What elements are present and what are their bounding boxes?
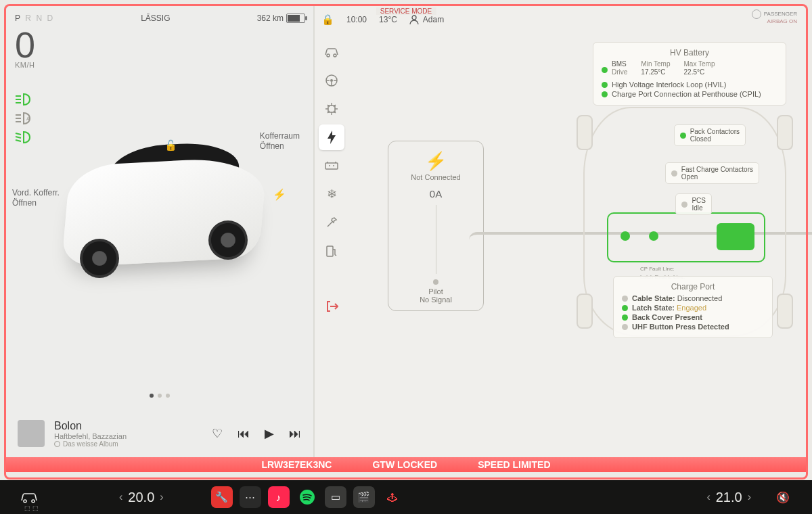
charge-port-title: Charge Port: [622, 282, 764, 291]
pilot-status: No Signal: [395, 296, 476, 304]
speedometer: 0 KM/H: [15, 30, 35, 69]
app-more-icon[interactable]: ⋯: [240, 486, 261, 508]
charge-connector-panel: ⚡ Not Connected 0A Pilot No Signal: [388, 141, 484, 311]
pilot-indicator: [433, 279, 438, 285]
temp-right-up[interactable]: ›: [748, 491, 751, 503]
svg-rect-7: [325, 163, 338, 169]
prev-track-button[interactable]: ⏮: [238, 427, 250, 441]
nav-charging-icon[interactable]: [319, 124, 344, 150]
gear-indicator: P R N D: [14, 14, 54, 23]
temp-left-value[interactable]: 20.0: [128, 490, 154, 505]
lock-icon[interactable]: 🔓: [164, 139, 177, 151]
track-title: Bolon: [54, 420, 169, 432]
charge-bolt-icon[interactable]: ⚡: [273, 188, 286, 201]
passenger-airbag-status: PASSENGER AIRBAG ON: [752, 9, 797, 24]
trunk-button[interactable]: Kofferraum Öffnen: [260, 131, 300, 151]
lock-icon[interactable]: 🔒: [321, 14, 334, 26]
svg-point-1: [412, 16, 416, 20]
hv-battery-card: HV Battery BMSDrive Min Temp17.25°C Max …: [593, 42, 786, 106]
nav-tools-icon[interactable]: [319, 210, 344, 235]
outside-temp: 13°C: [379, 15, 397, 24]
connector-status: Not Connected: [395, 173, 476, 181]
hv-title: HV Battery: [602, 48, 777, 57]
play-button[interactable]: ▶: [265, 426, 274, 441]
album-art[interactable]: [18, 420, 45, 447]
vin-text: LRW3E7EK3NC: [261, 459, 332, 470]
headlight-low-icon: [15, 92, 34, 107]
like-button[interactable]: ♡: [212, 426, 223, 441]
app-music-icon[interactable]: ♪: [268, 486, 290, 508]
defrost-indicator-icon: ⬚ ⬚: [24, 505, 39, 511]
nav-steering-icon[interactable]: [319, 68, 344, 93]
svg-point-3: [334, 54, 336, 57]
track-artist: Haftbefehl, Bazzazian: [54, 432, 169, 440]
hvil-status: High Voltage Interlock Loop (HVIL): [612, 80, 726, 89]
cpil-status: Charge Port Connection at Penthouse (CPI…: [612, 90, 761, 98]
app-spotify-icon[interactable]: [296, 486, 318, 508]
charge-port-card: Charge Port Cable State: Disconnected La…: [613, 276, 773, 338]
speed-limit-status: SPEED LIMITED: [478, 459, 550, 470]
app-tunein-icon[interactable]: ▭: [325, 486, 346, 508]
user-profile-button[interactable]: Adam: [409, 15, 444, 24]
bottom-dock: ⬚ ⬚ ‹ 20.0 › 🔧 ⋯ ♪ ▭ 🎬 🕹 ‹ 21.0 › 🔇: [0, 480, 812, 514]
card-pager[interactable]: [150, 394, 170, 398]
clock: 10:00: [346, 15, 367, 24]
profile-name: LÄSSIG: [141, 14, 170, 23]
svg-point-5: [330, 79, 333, 82]
next-track-button[interactable]: ⏭: [289, 427, 301, 441]
fast-charge-contactors-card: Fast Charge ContactorsOpen: [665, 162, 759, 184]
pcs-card: PCSIdle: [675, 193, 712, 215]
cp-fault-line-label: CP Fault Line:: [640, 266, 675, 272]
svg-point-9: [24, 500, 26, 503]
media-bar: Bolon Haftbefehl, Bazzazian Das weisse A…: [5, 407, 313, 460]
svg-point-2: [327, 54, 330, 57]
nav-battery-icon[interactable]: [319, 153, 344, 179]
app-theater-icon[interactable]: 🎬: [353, 486, 375, 508]
gtw-status: GTW LOCKED: [372, 459, 437, 470]
volume-button[interactable]: 🔇: [771, 486, 794, 509]
nav-vehicle-icon[interactable]: [319, 39, 344, 65]
app-arcade-icon[interactable]: 🕹: [382, 486, 403, 508]
temp-left-up[interactable]: ›: [160, 491, 163, 503]
temp-right-down[interactable]: ‹: [706, 491, 710, 503]
frunk-button[interactable]: Vord. Kofferr. Öffnen: [12, 188, 60, 208]
track-album: Das weisse Album: [54, 440, 169, 448]
exit-service-button[interactable]: [319, 294, 344, 319]
svg-point-10: [32, 500, 35, 503]
nav-thermal-icon[interactable]: ❄: [319, 181, 344, 207]
temp-left-down[interactable]: ‹: [119, 491, 122, 503]
charge-amperage: 0A: [395, 188, 476, 200]
nav-fuel-icon[interactable]: [319, 238, 344, 264]
pilot-label: Pilot: [395, 287, 476, 296]
service-pane: 🔒 10:00 13°C Adam PASSENGER AIRBAG ON ❄: [313, 5, 807, 472]
charge-port-graphic: [607, 212, 765, 262]
range-battery: 362 km: [257, 14, 305, 23]
service-alert-bar: LRW3E7EK3NC GTW LOCKED SPEED LIMITED: [5, 457, 807, 472]
pack-contactors-card: Pack ContactorsClosed: [674, 124, 746, 146]
bolt-icon: ⚡: [395, 151, 476, 172]
svg-rect-8: [327, 246, 333, 256]
temp-right-value[interactable]: 21.0: [716, 490, 742, 505]
driver-cluster-pane: P R N D LÄSSIG 362 km 0 KM/H A: [5, 5, 313, 472]
app-service-icon[interactable]: 🔧: [211, 486, 233, 508]
vehicle-visualization[interactable]: 🔓 ⚡ Vord. Kofferr. Öffnen Kofferraum Öff…: [5, 107, 313, 350]
nav-chip-icon[interactable]: [319, 96, 344, 122]
